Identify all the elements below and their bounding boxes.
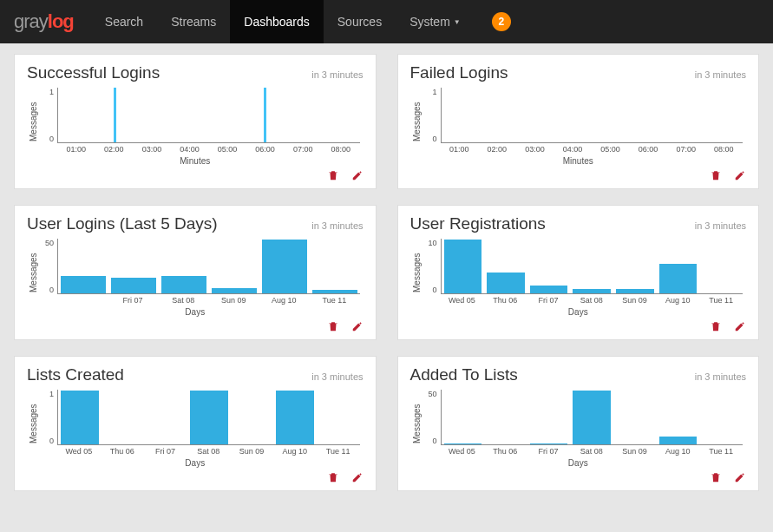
trash-icon[interactable] xyxy=(710,320,722,332)
plot xyxy=(57,88,360,143)
plot xyxy=(441,239,744,294)
panel-failed-logins: Failed Loginsin 3 minutes Messages 10 01… xyxy=(397,54,760,189)
panel-title: Added To Lists xyxy=(410,365,518,384)
y-axis-label: Messages xyxy=(27,88,38,155)
nav-system[interactable]: System▼ xyxy=(396,0,475,43)
panel-refresh: in 3 minutes xyxy=(311,220,363,231)
panel-title: Successful Logins xyxy=(27,63,160,82)
chevron-down-icon: ▼ xyxy=(454,18,461,26)
plot xyxy=(57,239,360,294)
panel-added-to-lists: Added To Listsin 3 minutes Messages 500 … xyxy=(397,356,760,491)
plot xyxy=(441,88,744,143)
panel-title: User Logins (Last 5 Days) xyxy=(27,214,218,233)
x-axis-label: Minutes xyxy=(410,156,747,166)
logo-text-log: log xyxy=(48,10,74,32)
y-axis-label: Messages xyxy=(410,390,422,457)
edit-icon[interactable] xyxy=(734,320,746,332)
chart-body: 10 01:0002:0003:0004:0005:0006:0007:0008… xyxy=(38,88,364,155)
trash-icon[interactable] xyxy=(327,169,339,181)
panel-user-registrations: User Registrationsin 3 minutes Messages … xyxy=(397,205,760,340)
edit-icon[interactable] xyxy=(351,169,364,181)
panel-refresh: in 3 minutes xyxy=(695,220,746,231)
y-axis-label: Messages xyxy=(27,390,38,457)
y-axis-label: Messages xyxy=(410,239,422,306)
panel-user-logins: User Logins (Last 5 Days)in 3 minutes Me… xyxy=(14,205,377,340)
plot xyxy=(441,390,744,445)
panel-refresh: in 3 minutes xyxy=(695,371,746,382)
x-axis-label: Days xyxy=(410,458,747,468)
panel-successful-logins: Successful Logins in 3 minutes Messages … xyxy=(14,54,377,189)
trash-icon[interactable] xyxy=(327,471,339,483)
logo-text-gray: gray xyxy=(14,10,48,32)
chart-area: Messages 10 01:0002:0003:0004:0005:0006:… xyxy=(27,88,364,155)
trash-icon[interactable] xyxy=(710,471,722,483)
y-ticks: 10 xyxy=(38,88,54,143)
notifications-badge[interactable]: 2 xyxy=(492,12,511,31)
edit-icon[interactable] xyxy=(734,471,746,483)
nav-search[interactable]: Search xyxy=(91,0,157,43)
panel-actions xyxy=(27,166,364,183)
panel-title: Lists Created xyxy=(27,365,124,384)
panel-refresh: in 3 minutes xyxy=(311,371,363,382)
y-axis-label: Messages xyxy=(410,88,422,155)
y-axis-label: Messages xyxy=(27,239,38,306)
edit-icon[interactable] xyxy=(734,169,746,181)
panel-title: User Registrations xyxy=(410,214,546,233)
x-axis-label: Days xyxy=(410,307,747,317)
nav-streams[interactable]: Streams xyxy=(157,0,230,43)
x-axis-label: Days xyxy=(27,458,364,468)
x-axis-label: Minutes xyxy=(27,156,364,166)
dashboard-grid: Successful Logins in 3 minutes Messages … xyxy=(0,43,773,502)
x-axis-label: Days xyxy=(27,307,364,317)
edit-icon[interactable] xyxy=(351,320,364,332)
panel-lists-created: Lists Createdin 3 minutes Messages 10 We… xyxy=(14,356,377,491)
panel-refresh: in 3 minutes xyxy=(311,69,363,80)
logo[interactable]: graylog xyxy=(14,10,74,33)
panel-head: Successful Logins in 3 minutes xyxy=(27,63,364,82)
plot xyxy=(57,390,360,445)
trash-icon[interactable] xyxy=(710,169,722,181)
panel-refresh: in 3 minutes xyxy=(695,69,746,80)
nav-dashboards[interactable]: Dashboards xyxy=(230,0,324,43)
nav-sources[interactable]: Sources xyxy=(324,0,396,43)
navbar: graylog Search Streams Dashboards Source… xyxy=(0,0,773,43)
nav-system-label: System xyxy=(409,15,450,29)
nav-items: Search Streams Dashboards Sources System… xyxy=(91,0,475,43)
panel-title: Failed Logins xyxy=(410,63,508,82)
edit-icon[interactable] xyxy=(351,471,364,483)
x-ticks: 01:0002:0003:0004:0005:0006:0007:0008:00 xyxy=(57,145,360,155)
trash-icon[interactable] xyxy=(327,320,339,332)
